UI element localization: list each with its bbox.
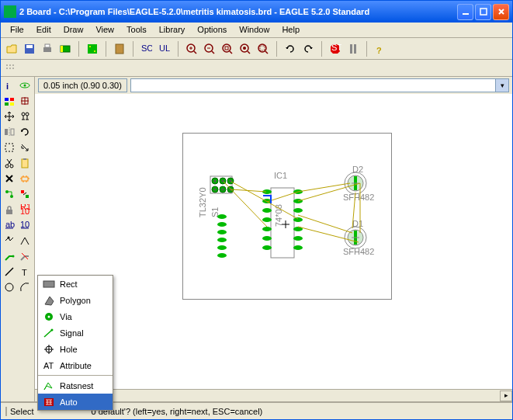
smash-icon[interactable]: R110k [18, 203, 32, 217]
command-combo[interactable]: ▾ [130, 78, 509, 92]
svg-text:D1: D1 [352, 219, 363, 228]
delete-icon[interactable] [2, 172, 16, 186]
show-icon[interactable] [18, 78, 32, 92]
lock-icon[interactable] [2, 203, 16, 217]
save-icon[interactable] [22, 41, 37, 57]
info-icon[interactable]: i [2, 78, 16, 92]
menu-window[interactable]: Window [233, 23, 276, 37]
svg-rect-7 [61, 46, 63, 52]
svg-text:ab: ab [5, 220, 15, 229]
ctx-hole[interactable]: Hole [38, 341, 113, 357]
display-icon[interactable] [2, 94, 16, 108]
ctx-rect[interactable]: Rect [38, 276, 113, 292]
zoom-select-icon[interactable] [255, 41, 271, 57]
move-icon[interactable] [2, 109, 16, 123]
menu-view[interactable]: View [89, 23, 120, 37]
via-icon [41, 310, 57, 324]
svg-point-74 [222, 189, 224, 191]
ripup-icon[interactable] [18, 249, 32, 263]
svg-rect-45 [5, 144, 13, 151]
change-icon[interactable] [18, 141, 32, 154]
status-prefix: Select [5, 407, 34, 416]
copy-icon[interactable] [18, 109, 32, 123]
go-icon[interactable] [345, 41, 361, 57]
value-icon[interactable]: 10k [18, 218, 32, 232]
titlebar: 2 Board - C:\Program Files\EAGLE-5.2.0\m… [1, 1, 512, 23]
svg-text:STOP: STOP [331, 43, 341, 52]
replace-icon[interactable] [18, 187, 32, 201]
group-icon[interactable] [2, 141, 16, 154]
svg-point-84 [217, 253, 227, 258]
menu-help[interactable]: Help [276, 23, 306, 37]
board-outline[interactable]: TL32Y0 S1 [182, 133, 392, 300]
maximize-button[interactable] [475, 4, 491, 20]
zoom-redraw-icon[interactable] [237, 41, 253, 57]
zoom-in-icon[interactable] [184, 41, 199, 57]
print-icon[interactable] [40, 41, 55, 57]
menu-options[interactable]: Options [191, 23, 233, 37]
cut-icon[interactable] [2, 156, 16, 170]
close-button[interactable] [493, 4, 509, 20]
ctx-auto[interactable]: Auto [38, 394, 113, 410]
window-title: 2 Board - C:\Program Files\EAGLE-5.2.0\m… [19, 7, 457, 16]
sheet-icon[interactable] [112, 41, 127, 57]
menu-edit[interactable]: Edit [30, 23, 57, 37]
help-icon[interactable]: ? [373, 41, 388, 57]
main-toolbar: SCR ULP STOP ? [1, 38, 512, 60]
hole-icon [41, 342, 57, 356]
mirror-icon[interactable] [2, 125, 16, 139]
miter-icon[interactable] [18, 234, 32, 248]
pinswap-icon[interactable] [2, 187, 16, 201]
route-icon[interactable] [2, 249, 16, 263]
paste-icon[interactable] [18, 156, 32, 170]
svg-rect-48 [22, 159, 28, 168]
ctx-attribute[interactable]: ATAttribute [38, 357, 113, 373]
svg-rect-43 [5, 129, 8, 135]
sub-toolbar [1, 60, 512, 77]
ctx-ratsnest[interactable]: Ratsnest [38, 377, 113, 394]
menu-file[interactable]: File [4, 23, 30, 37]
ctx-via[interactable]: Via [38, 308, 113, 325]
circle-icon[interactable] [2, 280, 16, 294]
ctx-signal[interactable]: Signal [38, 325, 113, 341]
svg-point-116 [51, 328, 54, 331]
ratsnest-icon [41, 379, 57, 393]
name-icon[interactable]: ab [2, 218, 16, 232]
svg-point-41 [22, 113, 25, 116]
dropdown-button[interactable]: ▾ [495, 79, 508, 92]
open-icon[interactable] [4, 41, 19, 57]
menu-draw[interactable]: Draw [57, 23, 90, 37]
menu-tools[interactable]: Tools [120, 23, 153, 37]
svg-point-10 [94, 50, 95, 52]
svg-point-16 [223, 44, 231, 52]
wire-icon[interactable] [2, 265, 16, 279]
undo-icon[interactable] [282, 41, 298, 57]
add-icon[interactable] [18, 172, 32, 186]
ulp-icon[interactable]: ULP [157, 41, 172, 57]
board-icon[interactable] [85, 41, 100, 57]
svg-point-91 [262, 217, 272, 222]
svg-text:SFH482: SFH482 [343, 247, 374, 256]
menubar: File Edit Draw View Tools Library Option… [1, 23, 512, 38]
app-icon [4, 5, 16, 18]
redo-icon[interactable] [300, 41, 316, 57]
svg-point-52 [10, 195, 13, 198]
cam-icon[interactable] [57, 41, 73, 57]
menu-library[interactable]: Library [153, 23, 192, 37]
scr-icon[interactable]: SCR [139, 41, 154, 57]
svg-rect-49 [23, 158, 26, 160]
minimize-button[interactable] [457, 4, 473, 20]
coord-row: 0.05 inch (0.90 0.30) ▾ [35, 77, 512, 94]
svg-rect-24 [350, 44, 352, 54]
rotate-icon[interactable] [18, 125, 32, 139]
mark-icon[interactable] [18, 94, 32, 108]
svg-rect-44 [11, 129, 14, 135]
svg-point-80 [217, 222, 227, 227]
zoom-fit-icon[interactable] [220, 41, 235, 57]
ctx-polygon[interactable]: Polygon [38, 292, 113, 308]
split-icon[interactable] [2, 234, 16, 248]
zoom-out-icon[interactable] [202, 41, 217, 57]
arc-icon[interactable] [18, 280, 32, 294]
text-icon[interactable]: T [18, 265, 32, 279]
stop-icon[interactable]: STOP [328, 41, 343, 57]
